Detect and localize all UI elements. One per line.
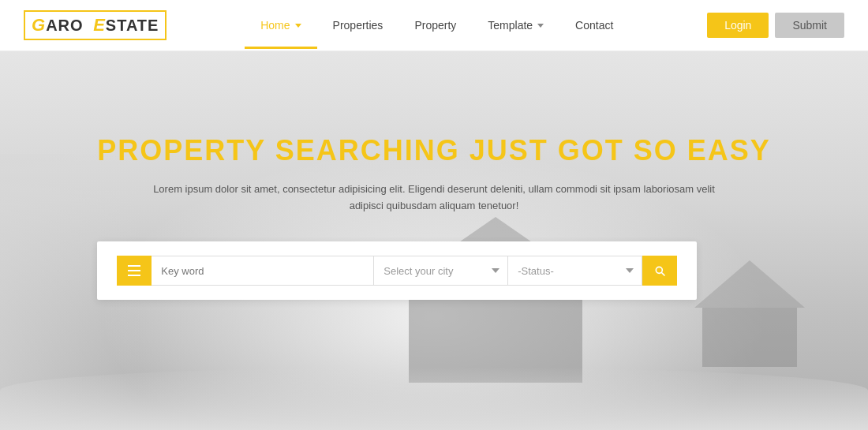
nav-item-contact[interactable]: Contact: [559, 2, 629, 49]
caret-icon-template: [537, 24, 544, 28]
nav-item-property[interactable]: Property: [398, 2, 472, 49]
house-right-body: [702, 308, 797, 367]
nav-item-properties[interactable]: Properties: [317, 2, 399, 49]
nav-label-template: Template: [488, 19, 533, 32]
search-status-select[interactable]: -Status- For Sale For Rent Sold: [508, 256, 642, 286]
search-menu-button[interactable]: [117, 256, 152, 286]
hero-subtitle: Lorem ipsum dolor sit amet, consectetur …: [138, 181, 730, 215]
nav-item-home[interactable]: Home: [245, 2, 316, 49]
hero-section: PROPERTY SEARCHING JUST GOT SO EASY Lore…: [0, 51, 868, 430]
hero-content: PROPERTY SEARCHING JUST GOT SO EASY Lore…: [97, 134, 770, 301]
search-icon: [653, 264, 666, 277]
search-go-button[interactable]: [642, 256, 677, 286]
logo-aro: ARO: [46, 17, 83, 35]
nav-label-contact: Contact: [575, 19, 613, 32]
logo[interactable]: GARO ESTATE: [24, 10, 166, 40]
search-city-select[interactable]: Select your city New York Los Angeles Ch…: [374, 256, 508, 286]
nav-item-template[interactable]: Template: [472, 2, 559, 49]
header: GARO ESTATE Home Properties Property Tem…: [0, 0, 868, 51]
menu-icon: [128, 265, 140, 276]
menu-line-3: [128, 275, 140, 276]
nav-label-properties: Properties: [333, 19, 383, 32]
caret-icon-home: [295, 24, 301, 28]
hero-title: PROPERTY SEARCHING JUST GOT SO EASY: [97, 134, 770, 167]
menu-line-1: [128, 265, 140, 267]
search-bar: Select your city New York Los Angeles Ch…: [97, 241, 697, 300]
logo-g: G: [32, 15, 46, 36]
nav-label-property: Property: [414, 19, 456, 32]
logo-state: STATE: [106, 17, 159, 35]
main-nav: Home Properties Property Template Contac…: [245, 2, 629, 49]
search-keyword-input[interactable]: [152, 256, 374, 286]
menu-line-2: [128, 270, 140, 271]
logo-e: E: [93, 15, 106, 36]
submit-button[interactable]: Submit: [775, 13, 844, 38]
login-button[interactable]: Login: [707, 13, 769, 38]
snow-ground: [0, 367, 868, 430]
nav-label-home: Home: [260, 19, 290, 32]
header-buttons: Login Submit: [707, 13, 844, 38]
